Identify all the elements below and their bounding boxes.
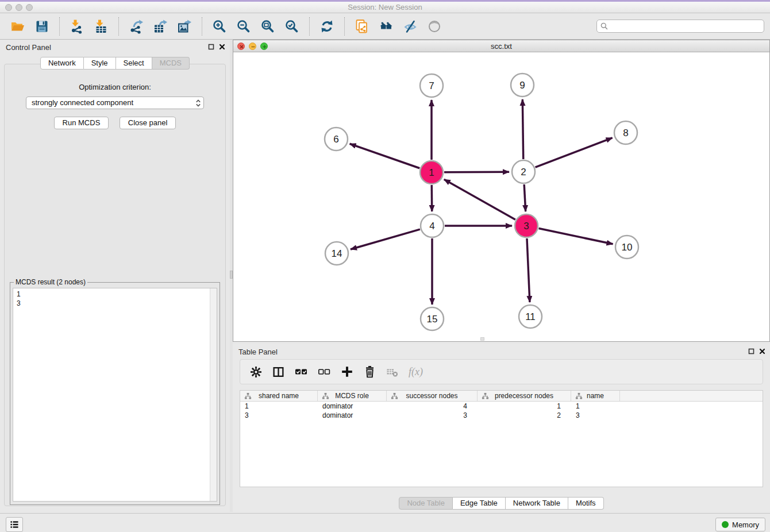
result-scrollbar[interactable] — [210, 288, 217, 501]
toolbar-separator — [344, 17, 345, 36]
graph-node-8[interactable]: 8 — [614, 121, 637, 144]
column-header-MCDS-role[interactable]: MCDS role — [318, 391, 387, 401]
save-session-icon[interactable] — [34, 19, 49, 34]
task-history-button[interactable] — [6, 517, 23, 532]
home-icon[interactable] — [379, 19, 394, 34]
graph-node-10[interactable]: 10 — [615, 236, 638, 259]
show-eye-icon[interactable] — [427, 19, 442, 34]
close-panel-icon[interactable] — [759, 348, 765, 354]
graph-node-2[interactable]: 2 — [512, 160, 535, 183]
tab-edge-table[interactable]: Edge Table — [453, 497, 506, 510]
table-cell[interactable]: 1 — [240, 402, 318, 411]
export-image-icon[interactable] — [177, 19, 192, 34]
open-session-icon[interactable] — [10, 19, 25, 34]
refresh-icon[interactable] — [319, 19, 334, 34]
graph-node-11[interactable]: 11 — [519, 305, 542, 328]
select-all-icon[interactable] — [295, 367, 307, 376]
close-panel-button[interactable]: Close panel — [120, 117, 176, 129]
graph-node-7[interactable]: 7 — [420, 74, 443, 97]
column-header-predecessor-nodes[interactable]: predecessor nodes — [478, 391, 571, 401]
zoom-out-icon[interactable] — [236, 19, 251, 34]
delete-row-trash-icon[interactable] — [364, 365, 376, 378]
window-title: Session: New Session — [0, 3, 770, 11]
function-builder-icon: f(x) — [409, 366, 423, 378]
graph-edge-3-10[interactable] — [539, 229, 613, 244]
table-cell[interactable]: 1 — [571, 402, 620, 411]
import-table-icon[interactable] — [94, 19, 109, 34]
column-header-label: shared name — [259, 392, 299, 400]
close-panel-icon[interactable] — [219, 44, 225, 50]
mcds-result-text[interactable]: 1 3 — [13, 288, 217, 502]
graph-edge-3-11[interactable] — [527, 238, 530, 302]
show-columns-icon[interactable] — [272, 366, 284, 378]
zoom-in-icon[interactable] — [212, 19, 227, 34]
criterion-dropdown[interactable]: strongly connected component — [26, 97, 204, 109]
tab-select[interactable]: Select — [116, 57, 152, 70]
table-cell[interactable]: dominator — [318, 402, 387, 411]
tab-node-table[interactable]: Node Table — [399, 497, 453, 510]
graph-edge-1-6[interactable] — [350, 144, 420, 168]
export-network-icon[interactable] — [129, 19, 144, 34]
graph-node-3[interactable]: 3 — [515, 214, 538, 237]
graph-node-4[interactable]: 4 — [421, 214, 444, 237]
import-network-icon[interactable] — [70, 19, 84, 34]
add-row-icon[interactable] — [341, 365, 353, 378]
table-cell[interactable]: 4 — [387, 402, 478, 411]
tab-style[interactable]: Style — [84, 57, 116, 70]
delete-table-icon — [386, 367, 398, 377]
graph-edge-3-1[interactable] — [444, 179, 515, 219]
table-cell[interactable]: dominator — [318, 411, 387, 420]
search-input[interactable] — [609, 21, 764, 32]
graph-node-label: 4 — [429, 221, 434, 232]
float-panel-icon[interactable] — [208, 44, 214, 50]
column-header-label: successor nodes — [406, 392, 457, 400]
search-box — [596, 20, 764, 33]
graph-node-label: 3 — [523, 221, 529, 232]
table-cell[interactable]: 3 — [387, 411, 478, 420]
network-scrollbar-thumb[interactable] — [480, 337, 484, 341]
network-canvas[interactable]: 7968124314101511 — [233, 52, 769, 341]
table-panel-title: Table Panel — [238, 348, 278, 356]
column-header-shared-name[interactable]: shared name — [240, 391, 318, 401]
zoom-fit-icon[interactable] — [260, 19, 275, 34]
tab-mcds[interactable]: MCDS — [152, 57, 190, 70]
zoom-selected-icon[interactable] — [284, 19, 299, 34]
column-header-label: MCDS role — [335, 392, 369, 400]
hide-panel-eye-icon[interactable] — [403, 19, 418, 34]
memory-button[interactable]: Memory — [715, 518, 765, 531]
table-cell[interactable]: 1 — [478, 402, 571, 411]
column-type-icon — [391, 392, 398, 400]
settings-gear-icon[interactable] — [250, 366, 262, 378]
column-type-icon — [322, 392, 329, 400]
run-mcds-button[interactable]: Run MCDS — [54, 117, 109, 129]
table-type-tabs: Node TableEdge TableNetwork TableMotifs — [233, 497, 770, 510]
graph-edge-2-3[interactable] — [524, 184, 526, 211]
graph-node-1[interactable]: 1 — [420, 161, 443, 184]
column-header-successor-nodes[interactable]: successor nodes — [387, 391, 478, 401]
tab-network[interactable]: Network — [40, 57, 84, 70]
export-table-icon[interactable] — [153, 19, 168, 34]
table-cell[interactable]: 2 — [478, 411, 571, 420]
graph-edge-4-14[interactable] — [351, 229, 420, 249]
tab-network-table[interactable]: Network Table — [506, 497, 568, 510]
graph-node-label: 1 — [429, 167, 434, 178]
float-panel-icon[interactable] — [748, 348, 754, 354]
graph-node-6[interactable]: 6 — [325, 128, 348, 151]
graph-node-14[interactable]: 14 — [325, 242, 348, 265]
graph-edge-2-8[interactable] — [536, 138, 613, 167]
column-header-name[interactable]: name — [571, 391, 620, 401]
graph-edge-1-2[interactable] — [444, 172, 509, 172]
table-cell[interactable]: 3 — [571, 411, 620, 420]
graph-node-15[interactable]: 15 — [421, 307, 444, 330]
clone-network-icon[interactable] — [355, 19, 369, 34]
graph-node-label: 11 — [525, 311, 536, 322]
toolbar-separator — [202, 17, 202, 36]
network-window-titlebar: scc.txt — [233, 40, 769, 52]
tab-motifs[interactable]: Motifs — [568, 497, 604, 510]
deselect-all-icon[interactable] — [318, 367, 330, 376]
table-cell[interactable]: 3 — [240, 411, 318, 420]
graph-node-9[interactable]: 9 — [511, 74, 534, 97]
node-table: shared name MCDS role successor nodes pr… — [240, 390, 763, 487]
graph-edge-2-9[interactable] — [522, 99, 523, 159]
graph-node-label: 9 — [519, 80, 525, 91]
